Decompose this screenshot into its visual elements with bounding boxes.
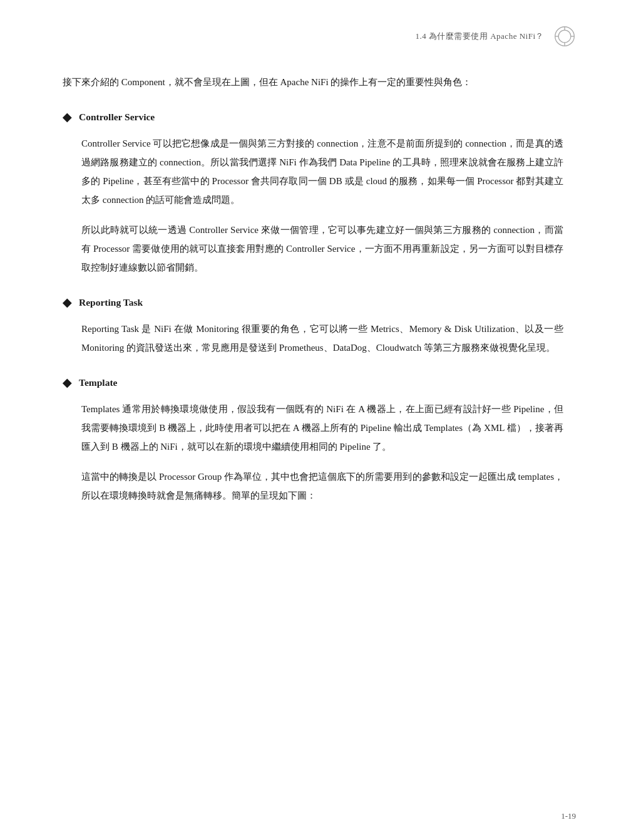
controller-service-para-2: 所以此時就可以統一透過 Controller Service 來做一個管理，它可… — [81, 220, 563, 277]
content-area: 接下來介紹的 Component，就不會呈現在上圖，但在 Apache NiFi… — [50, 73, 576, 505]
controller-service-para-1: Controller Service 可以把它想像成是一個與第三方對接的 con… — [81, 134, 563, 209]
page-header: 1.4 為什麼需要使用 Apache NiFi？ — [50, 25, 576, 54]
template-body: Templates 通常用於轉換環境做使用，假設我有一個既有的 NiFi 在 A… — [63, 400, 563, 505]
section-controller-service: ◆ Controller Service Controller Service … — [63, 110, 563, 277]
page-number: 1-19 — [561, 811, 576, 821]
template-title: ◆ Template — [63, 376, 563, 390]
reporting-task-body: Reporting Task 是 NiFi 在做 Monitoring 很重要的… — [63, 319, 563, 357]
bullet-diamond-3: ◆ — [63, 376, 71, 390]
section-reporting-task: ◆ Reporting Task Reporting Task 是 NiFi 在… — [63, 296, 563, 357]
nifi-logo-icon — [553, 25, 576, 48]
svg-point-1 — [558, 30, 571, 43]
controller-service-body: Controller Service 可以把它想像成是一個與第三方對接的 con… — [63, 134, 563, 277]
reporting-task-title: ◆ Reporting Task — [63, 296, 563, 309]
template-para-2: 這當中的轉換是以 Processor Group 作為單位，其中也會把這個底下的… — [81, 467, 563, 505]
header-title: 1.4 為什麼需要使用 Apache NiFi？ — [415, 31, 544, 42]
page-container: 1.4 為什麼需要使用 Apache NiFi？ 接下來介紹的 Componen… — [0, 0, 626, 840]
controller-service-title: ◆ Controller Service — [63, 110, 563, 124]
intro-paragraph: 接下來介紹的 Component，就不會呈現在上圖，但在 Apache NiFi… — [63, 73, 563, 91]
bullet-diamond-2: ◆ — [63, 296, 71, 309]
bullet-diamond-1: ◆ — [63, 110, 71, 124]
reporting-task-para-1: Reporting Task 是 NiFi 在做 Monitoring 很重要的… — [81, 319, 563, 357]
template-para-1: Templates 通常用於轉換環境做使用，假設我有一個既有的 NiFi 在 A… — [81, 400, 563, 456]
section-template: ◆ Template Templates 通常用於轉換環境做使用，假設我有一個既… — [63, 376, 563, 505]
